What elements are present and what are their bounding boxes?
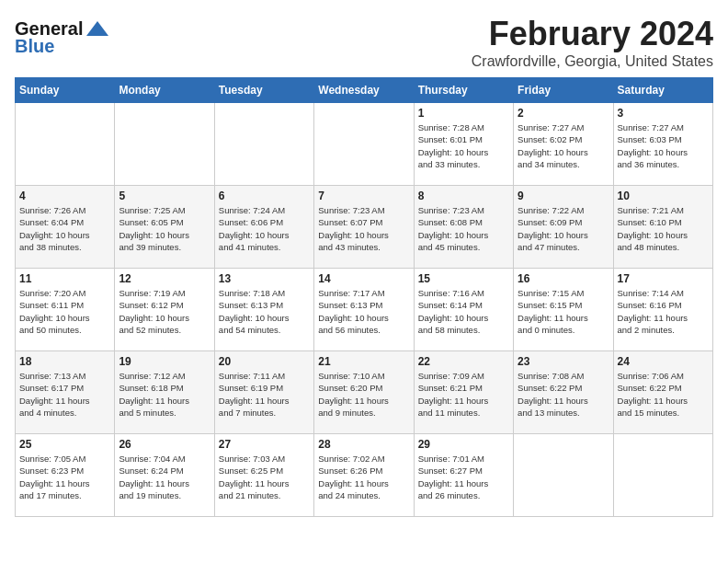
calendar-header: February 2024 Crawfordville, Georgia, Un… [15, 15, 713, 70]
calendar-week-row: 18Sunrise: 7:13 AM Sunset: 6:17 PM Dayli… [16, 351, 713, 434]
day-info: Sunrise: 7:24 AM Sunset: 6:06 PM Dayligh… [219, 204, 310, 253]
day-number: 25 [19, 438, 110, 451]
calendar-cell: 9Sunrise: 7:22 AM Sunset: 6:09 PM Daylig… [514, 186, 613, 269]
col-monday: Monday [115, 78, 214, 103]
day-info: Sunrise: 7:14 AM Sunset: 6:16 PM Dayligh… [618, 287, 709, 336]
day-number: 4 [19, 190, 110, 202]
calendar-cell: 25Sunrise: 7:05 AM Sunset: 6:23 PM Dayli… [16, 434, 115, 517]
calendar-week-row: 1Sunrise: 7:28 AM Sunset: 6:01 PM Daylig… [16, 103, 713, 186]
calendar-cell: 6Sunrise: 7:24 AM Sunset: 6:06 PM Daylig… [214, 186, 313, 269]
day-number: 19 [119, 355, 210, 368]
day-info: Sunrise: 7:12 AM Sunset: 6:18 PM Dayligh… [119, 370, 210, 419]
calendar-cell [514, 434, 613, 517]
day-info: Sunrise: 7:25 AM Sunset: 6:05 PM Dayligh… [119, 204, 210, 253]
day-number: 6 [219, 190, 310, 202]
col-wednesday: Wednesday [314, 78, 414, 103]
calendar-cell: 24Sunrise: 7:06 AM Sunset: 6:22 PM Dayli… [613, 351, 712, 434]
col-saturday: Saturday [613, 78, 712, 103]
day-info: Sunrise: 7:19 AM Sunset: 6:12 PM Dayligh… [119, 287, 210, 336]
day-number: 1 [418, 107, 509, 120]
day-number: 26 [119, 438, 210, 451]
calendar-cell: 29Sunrise: 7:01 AM Sunset: 6:27 PM Dayli… [414, 434, 513, 517]
day-info: Sunrise: 7:26 AM Sunset: 6:04 PM Dayligh… [19, 204, 110, 253]
calendar-week-row: 11Sunrise: 7:20 AM Sunset: 6:11 PM Dayli… [16, 269, 713, 351]
col-thursday: Thursday [414, 78, 513, 103]
calendar-cell [214, 103, 313, 186]
day-info: Sunrise: 7:21 AM Sunset: 6:10 PM Dayligh… [618, 204, 709, 253]
day-number: 3 [618, 107, 709, 120]
calendar-cell: 19Sunrise: 7:12 AM Sunset: 6:18 PM Dayli… [115, 351, 214, 434]
calendar-cell: 18Sunrise: 7:13 AM Sunset: 6:17 PM Dayli… [16, 351, 115, 434]
logo-blue-text: Blue [15, 36, 54, 57]
calendar-cell: 22Sunrise: 7:09 AM Sunset: 6:21 PM Dayli… [414, 351, 513, 434]
day-number: 2 [518, 107, 609, 120]
logo: General Blue [15, 18, 110, 57]
col-friday: Friday [514, 78, 613, 103]
calendar-title: February 2024 [15, 15, 713, 53]
col-sunday: Sunday [16, 78, 115, 103]
day-info: Sunrise: 7:23 AM Sunset: 6:08 PM Dayligh… [418, 204, 509, 253]
day-info: Sunrise: 7:18 AM Sunset: 6:13 PM Dayligh… [219, 287, 310, 336]
calendar-subtitle: Crawfordville, Georgia, United States [15, 53, 713, 70]
day-info: Sunrise: 7:16 AM Sunset: 6:14 PM Dayligh… [418, 287, 509, 336]
day-number: 9 [518, 190, 609, 202]
day-info: Sunrise: 7:05 AM Sunset: 6:23 PM Dayligh… [19, 453, 110, 501]
day-number: 20 [219, 355, 310, 368]
day-number: 28 [318, 438, 409, 451]
day-number: 12 [119, 272, 210, 285]
calendar-cell: 27Sunrise: 7:03 AM Sunset: 6:25 PM Dayli… [214, 434, 313, 517]
calendar-cell: 15Sunrise: 7:16 AM Sunset: 6:14 PM Dayli… [414, 269, 513, 351]
day-info: Sunrise: 7:22 AM Sunset: 6:09 PM Dayligh… [518, 204, 609, 253]
day-number: 23 [518, 355, 609, 368]
calendar-week-row: 25Sunrise: 7:05 AM Sunset: 6:23 PM Dayli… [16, 434, 713, 517]
day-number: 29 [418, 438, 509, 451]
day-info: Sunrise: 7:23 AM Sunset: 6:07 PM Dayligh… [318, 204, 409, 253]
day-info: Sunrise: 7:02 AM Sunset: 6:26 PM Dayligh… [318, 453, 409, 501]
calendar-cell [16, 103, 115, 186]
calendar-cell: 7Sunrise: 7:23 AM Sunset: 6:07 PM Daylig… [314, 186, 414, 269]
day-info: Sunrise: 7:17 AM Sunset: 6:13 PM Dayligh… [318, 287, 409, 336]
calendar-cell: 26Sunrise: 7:04 AM Sunset: 6:24 PM Dayli… [115, 434, 214, 517]
calendar-table: Sunday Monday Tuesday Wednesday Thursday… [15, 77, 713, 517]
day-info: Sunrise: 7:27 AM Sunset: 6:02 PM Dayligh… [518, 121, 609, 170]
day-info: Sunrise: 7:06 AM Sunset: 6:22 PM Dayligh… [618, 370, 709, 419]
day-number: 22 [418, 355, 509, 368]
day-info: Sunrise: 7:10 AM Sunset: 6:20 PM Dayligh… [318, 370, 409, 419]
calendar-cell: 16Sunrise: 7:15 AM Sunset: 6:15 PM Dayli… [514, 269, 613, 351]
calendar-cell: 28Sunrise: 7:02 AM Sunset: 6:26 PM Dayli… [314, 434, 414, 517]
day-number: 8 [418, 190, 509, 202]
calendar-cell: 14Sunrise: 7:17 AM Sunset: 6:13 PM Dayli… [314, 269, 414, 351]
day-number: 18 [19, 355, 110, 368]
svg-marker-0 [86, 21, 108, 36]
day-info: Sunrise: 7:09 AM Sunset: 6:21 PM Dayligh… [418, 370, 509, 419]
calendar-cell: 11Sunrise: 7:20 AM Sunset: 6:11 PM Dayli… [16, 269, 115, 351]
calendar-cell: 13Sunrise: 7:18 AM Sunset: 6:13 PM Dayli… [214, 269, 313, 351]
col-tuesday: Tuesday [214, 78, 313, 103]
day-number: 16 [518, 272, 609, 285]
day-number: 14 [318, 272, 409, 285]
day-info: Sunrise: 7:13 AM Sunset: 6:17 PM Dayligh… [19, 370, 110, 419]
day-number: 24 [618, 355, 709, 368]
day-number: 21 [318, 355, 409, 368]
calendar-cell: 5Sunrise: 7:25 AM Sunset: 6:05 PM Daylig… [115, 186, 214, 269]
calendar-cell [314, 103, 414, 186]
calendar-cell: 17Sunrise: 7:14 AM Sunset: 6:16 PM Dayli… [613, 269, 712, 351]
calendar-cell: 10Sunrise: 7:21 AM Sunset: 6:10 PM Dayli… [613, 186, 712, 269]
calendar-cell: 3Sunrise: 7:27 AM Sunset: 6:03 PM Daylig… [613, 103, 712, 186]
calendar-cell: 4Sunrise: 7:26 AM Sunset: 6:04 PM Daylig… [16, 186, 115, 269]
day-info: Sunrise: 7:27 AM Sunset: 6:03 PM Dayligh… [618, 121, 709, 170]
day-info: Sunrise: 7:08 AM Sunset: 6:22 PM Dayligh… [518, 370, 609, 419]
calendar-cell: 23Sunrise: 7:08 AM Sunset: 6:22 PM Dayli… [514, 351, 613, 434]
calendar-cell: 20Sunrise: 7:11 AM Sunset: 6:19 PM Dayli… [214, 351, 313, 434]
day-info: Sunrise: 7:04 AM Sunset: 6:24 PM Dayligh… [119, 453, 210, 501]
calendar-week-row: 4Sunrise: 7:26 AM Sunset: 6:04 PM Daylig… [16, 186, 713, 269]
day-info: Sunrise: 7:28 AM Sunset: 6:01 PM Dayligh… [418, 121, 509, 170]
day-number: 15 [418, 272, 509, 285]
day-number: 13 [219, 272, 310, 285]
day-number: 27 [219, 438, 310, 451]
day-number: 5 [119, 190, 210, 202]
calendar-cell: 12Sunrise: 7:19 AM Sunset: 6:12 PM Dayli… [115, 269, 214, 351]
calendar-cell: 8Sunrise: 7:23 AM Sunset: 6:08 PM Daylig… [414, 186, 513, 269]
calendar-cell [115, 103, 214, 186]
day-number: 17 [618, 272, 709, 285]
